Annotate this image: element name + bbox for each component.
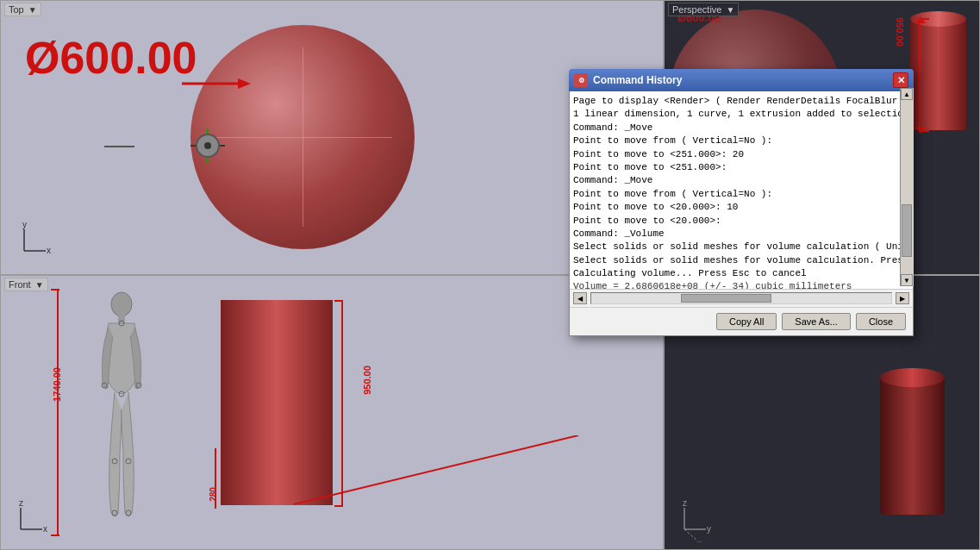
crosshair-vertical	[303, 47, 303, 227]
svg-text:y: y	[707, 524, 711, 534]
axes-top-left: y x	[11, 221, 54, 264]
svg-text:x: x	[47, 246, 51, 255]
dim-line-950-v	[919, 18, 921, 130]
svg-text:x: x	[697, 539, 702, 542]
close-button[interactable]: Close	[856, 313, 906, 330]
axes-bottom-right: z y x	[671, 499, 723, 542]
vscroll-track[interactable]	[901, 100, 914, 274]
svg-marker-6	[915, 16, 926, 23]
scrollbar-track[interactable]	[590, 292, 892, 304]
cylinder-bottom-right	[880, 377, 945, 515]
dim-line-1740-top	[51, 289, 59, 291]
dim-line-1740	[57, 289, 59, 534]
svg-text:z: z	[19, 499, 23, 508]
history-line-13: Calculating volume... Press Esc to cance…	[573, 267, 909, 280]
viewport-bottom-left[interactable]: Front ▼	[0, 275, 664, 550]
svg-line-18	[294, 435, 578, 504]
svg-text:y: y	[22, 221, 27, 229]
viewport-grid: Top ▼ Ø600.00 y	[0, 0, 980, 550]
dim-line-950-f-top	[334, 300, 343, 302]
scrollbar-thumb[interactable]	[681, 294, 771, 303]
vscroll-thumb[interactable]	[902, 204, 912, 257]
dialog-history-content[interactable]: Page to display <Render> ( Render Render…	[570, 91, 913, 290]
svg-line-27	[684, 529, 697, 541]
dim-950-front: 950.00	[362, 366, 372, 395]
history-line-4: Point to move to <251.000>: 20	[573, 148, 909, 161]
scroll-up-arrow[interactable]: ▲	[901, 88, 913, 100]
history-line-14: Volume = 2.6860618e+08 (+/- 34) cubic mi…	[573, 280, 909, 290]
dialog-scrollbar[interactable]: ◀ ▶	[570, 290, 913, 308]
svg-point-8	[111, 292, 132, 316]
human-silhouette	[96, 289, 147, 534]
dialog-vscroll[interactable]: ▲ ▼	[900, 88, 914, 286]
arrow-up-perspective	[915, 16, 926, 23]
copy-all-button[interactable]: Copy All	[716, 313, 777, 330]
history-line-12: Select solids or solid meshes for volume…	[573, 254, 909, 267]
dim-280: 280	[209, 487, 218, 502]
center-line	[104, 146, 134, 147]
dialog-icon: ⚙	[574, 73, 588, 87]
axes-front-left: z x	[8, 499, 51, 542]
pointer-line	[294, 435, 587, 522]
history-line-8: Point to move to <20.000>: 10	[573, 201, 909, 214]
svg-text:x: x	[43, 524, 47, 534]
diameter-arrow	[182, 75, 251, 92]
history-line-9: Point to move to <20.000>:	[573, 215, 909, 228]
history-line-6: Command: _Move	[573, 174, 909, 187]
svg-marker-7	[915, 127, 926, 134]
history-line-3: Point to move from ( Vertical=No ):	[573, 134, 909, 147]
perspective-label-text: Perspective	[672, 4, 721, 15]
svg-marker-1	[238, 78, 251, 89]
command-history-dialog: ⚙ Command History ✕ Page to display <Ren…	[569, 69, 914, 336]
front-dropdown-arrow: ▼	[35, 280, 44, 290]
dialog-titlebar[interactable]: ⚙ Command History ✕	[569, 69, 914, 91]
scroll-left-arrow[interactable]: ◀	[573, 292, 587, 304]
viewport-top-left[interactable]: Top ▼ Ø600.00 y	[0, 0, 664, 275]
target-icon	[190, 128, 225, 163]
dialog-title: Command History	[593, 74, 682, 86]
viewport-label-front[interactable]: Front ▼	[4, 278, 48, 291]
dim-line-280	[215, 448, 216, 509]
history-line-5: Point to move to <251.000>:	[573, 161, 909, 174]
dialog-body: Page to display <Render> ( Render Render…	[569, 91, 914, 336]
dim-line-1740-bot	[51, 534, 59, 536]
scroll-right-arrow[interactable]: ▶	[896, 292, 909, 304]
perspective-dropdown-arrow: ▼	[727, 5, 735, 15]
arrow-down-perspective	[915, 127, 926, 134]
dialog-buttons: Copy All Save As... Close	[570, 308, 913, 335]
scroll-down-arrow[interactable]: ▼	[901, 274, 913, 286]
history-line-0: Page to display <Render> ( Render Render…	[573, 95, 909, 108]
viewport-dropdown-arrow: ▼	[28, 5, 37, 15]
dialog-close-btn[interactable]: ✕	[893, 72, 908, 88]
viewport-label-text: Top	[9, 4, 24, 15]
front-label-text: Front	[9, 279, 31, 290]
history-line-10: Command: _Volume	[573, 228, 909, 241]
viewport-label-top[interactable]: Top ▼	[4, 3, 41, 16]
target-inner	[196, 134, 220, 158]
cylinder-br-cap	[880, 368, 945, 387]
save-as-button[interactable]: Save As...	[782, 313, 851, 330]
history-line-11: Select solids or solid meshes for volume…	[573, 241, 909, 253]
dim-950-perspective: 950.00	[895, 17, 905, 47]
viewport-label-perspective[interactable]: Perspective ▼	[668, 3, 739, 16]
history-line-2: Command: _Move	[573, 122, 909, 134]
history-line-1: 1 linear dimension, 1 curve, 1 extrusion…	[573, 108, 909, 121]
history-line-7: Point to move from ( Vertical=No ):	[573, 188, 909, 201]
svg-text:z: z	[683, 499, 687, 508]
diameter-label: Ø600.00	[25, 35, 197, 80]
dialog-titlebar-left: ⚙ Command History	[574, 73, 682, 87]
